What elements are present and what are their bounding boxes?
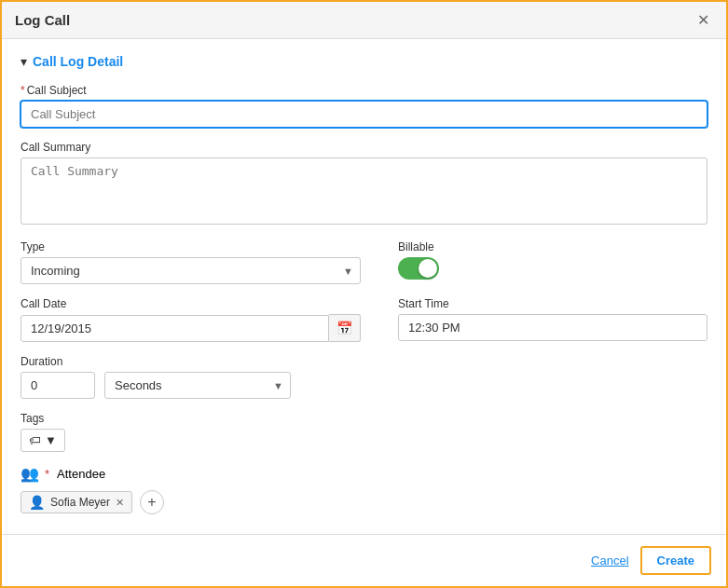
duration-input[interactable] bbox=[21, 372, 95, 399]
create-button[interactable]: Create bbox=[640, 546, 711, 575]
call-subject-label: *Call Subject bbox=[21, 84, 707, 97]
toggle-knob bbox=[419, 259, 437, 278]
call-date-label: Call Date bbox=[21, 297, 361, 310]
calendar-button[interactable]: 📅 bbox=[329, 314, 361, 342]
tags-row: 🏷 ▼ bbox=[21, 429, 707, 452]
call-date-input[interactable] bbox=[21, 315, 329, 342]
type-select-wrapper: Incoming Outbound ▼ bbox=[21, 257, 361, 284]
tag-dropdown-arrow: ▼ bbox=[45, 433, 57, 447]
attendee-label: Attendee bbox=[57, 467, 105, 481]
section-header: ▾ Call Log Detail bbox=[21, 54, 707, 69]
attendee-label-row: 👥 * Attendee bbox=[21, 465, 707, 483]
attendee-chips: 👤 Sofia Meyer ✕ + bbox=[21, 490, 707, 514]
add-attendee-button[interactable]: + bbox=[140, 490, 164, 514]
close-button[interactable]: ✕ bbox=[694, 11, 713, 29]
modal-body: ▾ Call Log Detail *Call Subject Call Sum… bbox=[2, 39, 726, 534]
section-title: Call Log Detail bbox=[33, 54, 123, 69]
modal-title: Log Call bbox=[15, 12, 70, 28]
call-date-group: Call Date 📅 bbox=[21, 297, 361, 355]
date-time-row: Call Date 📅 Start Time bbox=[21, 297, 707, 355]
call-subject-group: *Call Subject bbox=[21, 84, 707, 128]
duration-group: Duration Seconds Minutes Hours ▼ bbox=[21, 355, 707, 399]
type-label: Type bbox=[21, 240, 361, 253]
log-call-modal: Log Call ✕ ▾ Call Log Detail *Call Subje… bbox=[0, 0, 728, 588]
billable-group: Billable bbox=[398, 240, 707, 297]
call-summary-group: Call Summary bbox=[21, 141, 707, 227]
date-wrapper: 📅 bbox=[21, 314, 361, 342]
attendee-required-star: * bbox=[45, 467, 49, 481]
required-star: * bbox=[21, 84, 25, 97]
tags-group: Tags 🏷 ▼ bbox=[21, 412, 707, 452]
tags-label: Tags bbox=[21, 412, 707, 425]
call-subject-input[interactable] bbox=[21, 101, 707, 128]
tag-icon: 🏷 bbox=[29, 433, 41, 447]
call-summary-input[interactable] bbox=[21, 157, 707, 225]
duration-unit-select[interactable]: Seconds Minutes Hours bbox=[104, 372, 291, 399]
billable-label: Billable bbox=[398, 240, 707, 253]
duration-label: Duration bbox=[21, 355, 707, 368]
modal-footer: Cancel Create bbox=[2, 534, 726, 586]
modal-header: Log Call ✕ bbox=[2, 2, 726, 39]
attendee-remove-button[interactable]: ✕ bbox=[116, 497, 124, 509]
attendee-name: Sofia Meyer bbox=[50, 496, 110, 509]
attendee-section: 👥 * Attendee 👤 Sofia Meyer ✕ + bbox=[21, 465, 707, 514]
type-billable-row: Type Incoming Outbound ▼ Billable bbox=[21, 240, 707, 297]
toggle-wrapper bbox=[398, 257, 707, 280]
type-select[interactable]: Incoming Outbound bbox=[21, 257, 361, 284]
tags-button[interactable]: 🏷 ▼ bbox=[21, 429, 65, 452]
list-item: 👤 Sofia Meyer ✕ bbox=[21, 491, 132, 513]
duration-unit-wrapper: Seconds Minutes Hours ▼ bbox=[104, 372, 291, 399]
type-group: Type Incoming Outbound ▼ bbox=[21, 240, 361, 297]
start-time-group: Start Time bbox=[398, 297, 707, 355]
section-chevron: ▾ bbox=[21, 54, 27, 69]
duration-row: Seconds Minutes Hours ▼ bbox=[21, 372, 707, 399]
attendee-chip-icon: 👤 bbox=[29, 495, 45, 510]
call-summary-label: Call Summary bbox=[21, 141, 707, 154]
start-time-input[interactable] bbox=[398, 314, 707, 341]
billable-toggle[interactable] bbox=[398, 257, 439, 280]
attendee-section-icon: 👥 bbox=[21, 465, 39, 483]
start-time-label: Start Time bbox=[398, 297, 707, 310]
cancel-button[interactable]: Cancel bbox=[591, 554, 628, 567]
